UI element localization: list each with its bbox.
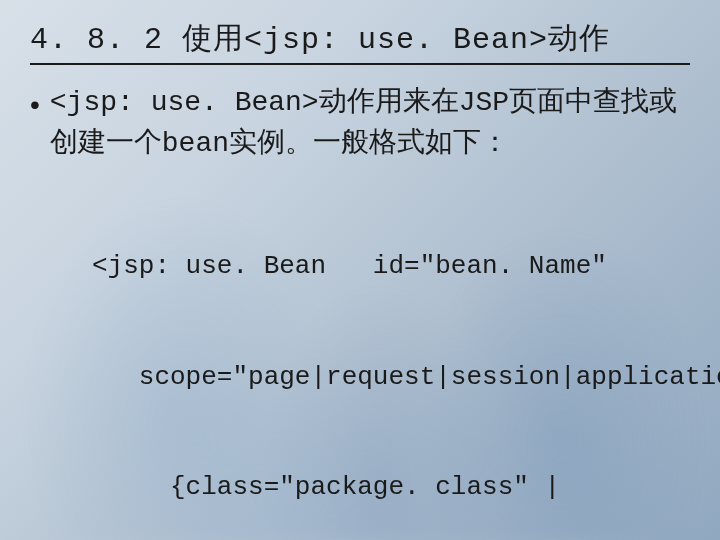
description-text: <jsp: use. Bean>动作用来在JSP页面中查找或创建一个bean实例… bbox=[50, 83, 690, 164]
code-line: scope="page|request|session|application" bbox=[92, 359, 690, 396]
description-row: • <jsp: use. Bean>动作用来在JSP页面中查找或创建一个bean… bbox=[30, 83, 690, 164]
code-line: {class="package. class" | bbox=[92, 469, 690, 506]
code-line: <jsp: use. Bean id="bean. Name" bbox=[92, 248, 690, 285]
slide-title: 4. 8. 2 使用<jsp: use. Bean>动作 bbox=[30, 18, 690, 59]
slide-content: 4. 8. 2 使用<jsp: use. Bean>动作 • <jsp: use… bbox=[0, 0, 720, 540]
title-underline bbox=[30, 63, 690, 65]
code-block: <jsp: use. Bean id="bean. Name" scope="p… bbox=[92, 174, 690, 540]
bullet-icon: • bbox=[30, 85, 40, 124]
